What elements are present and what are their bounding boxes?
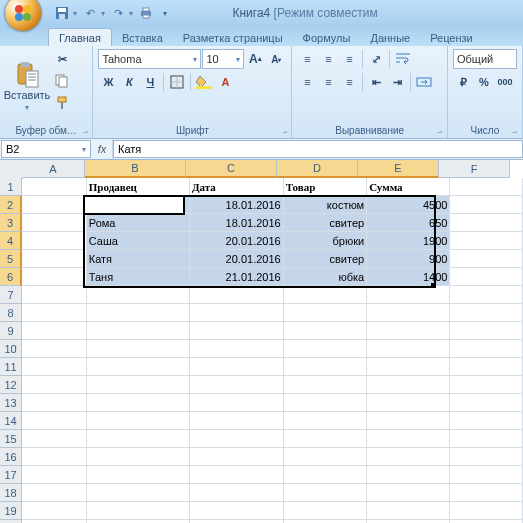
cell[interactable] xyxy=(189,286,283,304)
font-size-combo[interactable]: 10▾ xyxy=(202,49,244,69)
cell[interactable]: 4500 xyxy=(367,196,450,214)
cell[interactable] xyxy=(450,520,523,524)
cell[interactable] xyxy=(189,412,283,430)
cell[interactable] xyxy=(189,430,283,448)
cell[interactable]: 20.01.2016 xyxy=(189,232,283,250)
cell[interactable] xyxy=(86,376,189,394)
qat-more-icon[interactable]: ▾ xyxy=(157,5,173,21)
col-header-E[interactable]: E xyxy=(358,160,439,178)
cell[interactable] xyxy=(367,430,450,448)
col-header-B[interactable]: B xyxy=(85,160,186,178)
cell[interactable] xyxy=(189,376,283,394)
col-header-C[interactable]: C xyxy=(186,160,277,178)
border-icon[interactable] xyxy=(167,72,187,92)
chevron-down-icon[interactable]: ▾ xyxy=(101,9,107,18)
cell[interactable] xyxy=(367,376,450,394)
cell[interactable]: Таня xyxy=(86,268,189,286)
row-header[interactable]: 15 xyxy=(0,430,22,448)
orientation-icon[interactable]: ⤢ xyxy=(366,49,386,69)
cell[interactable] xyxy=(22,358,86,376)
cell[interactable] xyxy=(450,214,523,232)
cell[interactable]: Рома xyxy=(86,214,189,232)
cell[interactable] xyxy=(86,484,189,502)
decrease-indent-icon[interactable]: ⇤ xyxy=(366,72,386,92)
cell[interactable] xyxy=(450,430,523,448)
cell[interactable] xyxy=(450,196,523,214)
cell[interactable]: 20.01.2016 xyxy=(189,250,283,268)
chevron-down-icon[interactable]: ▾ xyxy=(129,9,135,18)
row-header[interactable]: 1 xyxy=(0,178,22,196)
row-header[interactable]: 3 xyxy=(0,214,22,232)
cell[interactable] xyxy=(450,268,523,286)
row-header[interactable]: 7 xyxy=(0,286,22,304)
undo-icon[interactable]: ↶ xyxy=(82,5,98,21)
cell[interactable] xyxy=(189,484,283,502)
chevron-down-icon[interactable]: ▾ xyxy=(73,9,79,18)
cell[interactable] xyxy=(22,250,86,268)
align-top-icon[interactable]: ≡ xyxy=(297,49,317,69)
bold-button[interactable]: Ж xyxy=(98,72,118,92)
spreadsheet-grid[interactable]: ABCDEF 123456789101112131415161718192021… xyxy=(0,160,523,523)
align-right-icon[interactable]: ≡ xyxy=(339,72,359,92)
wrap-text-icon[interactable] xyxy=(393,49,413,69)
cell[interactable] xyxy=(450,358,523,376)
cell[interactable] xyxy=(22,502,86,520)
row-header[interactable]: 14 xyxy=(0,412,22,430)
cell[interactable] xyxy=(283,430,366,448)
cell[interactable]: 18.01.2016 xyxy=(189,214,283,232)
cell[interactable] xyxy=(367,502,450,520)
cell[interactable] xyxy=(367,448,450,466)
cell[interactable] xyxy=(86,520,189,524)
cell[interactable] xyxy=(450,286,523,304)
cut-icon[interactable]: ✂ xyxy=(52,49,72,69)
cell[interactable] xyxy=(283,466,366,484)
cell[interactable] xyxy=(450,178,523,196)
cell[interactable] xyxy=(22,448,86,466)
cell[interactable] xyxy=(189,322,283,340)
cell[interactable] xyxy=(22,412,86,430)
cell[interactable] xyxy=(367,466,450,484)
save-icon[interactable] xyxy=(54,5,70,21)
font-color-icon[interactable]: A xyxy=(215,72,235,92)
cell[interactable] xyxy=(22,394,86,412)
cell[interactable]: 650 xyxy=(367,214,450,232)
cell[interactable] xyxy=(450,232,523,250)
italic-button[interactable]: К xyxy=(119,72,139,92)
cell[interactable] xyxy=(22,232,86,250)
redo-icon[interactable]: ↷ xyxy=(110,5,126,21)
cell[interactable] xyxy=(86,304,189,322)
row-header[interactable]: 13 xyxy=(0,394,22,412)
cell[interactable] xyxy=(86,358,189,376)
fx-button[interactable]: fx xyxy=(92,139,113,159)
cell[interactable] xyxy=(22,196,86,214)
cell[interactable] xyxy=(22,376,86,394)
cell[interactable] xyxy=(283,322,366,340)
cell[interactable] xyxy=(450,466,523,484)
currency-icon[interactable]: ₽ xyxy=(453,72,473,92)
cell[interactable] xyxy=(283,520,366,524)
cell[interactable] xyxy=(450,376,523,394)
row-header[interactable]: 18 xyxy=(0,484,22,502)
cell[interactable] xyxy=(22,322,86,340)
comma-icon[interactable]: 000 xyxy=(495,72,515,92)
row-header[interactable]: 6 xyxy=(0,268,22,286)
cell[interactable] xyxy=(86,466,189,484)
cell[interactable]: Продавец xyxy=(86,178,189,196)
underline-button[interactable]: Ч xyxy=(140,72,160,92)
row-header[interactable]: 9 xyxy=(0,322,22,340)
tab-layout[interactable]: Разметка страницы xyxy=(173,29,293,46)
cell[interactable] xyxy=(189,466,283,484)
align-middle-icon[interactable]: ≡ xyxy=(318,49,338,69)
cell[interactable] xyxy=(189,448,283,466)
increase-indent-icon[interactable]: ⇥ xyxy=(387,72,407,92)
cell[interactable] xyxy=(283,484,366,502)
cell[interactable]: 18.01.2016 xyxy=(189,196,283,214)
cell[interactable] xyxy=(86,322,189,340)
select-all-button[interactable] xyxy=(0,160,23,179)
cell[interactable]: 1900 xyxy=(367,232,450,250)
cell[interactable] xyxy=(367,484,450,502)
cell[interactable] xyxy=(450,340,523,358)
fill-color-icon[interactable] xyxy=(194,72,214,92)
font-family-combo[interactable]: Tahoma▾ xyxy=(98,49,201,69)
tab-insert[interactable]: Вставка xyxy=(112,29,173,46)
